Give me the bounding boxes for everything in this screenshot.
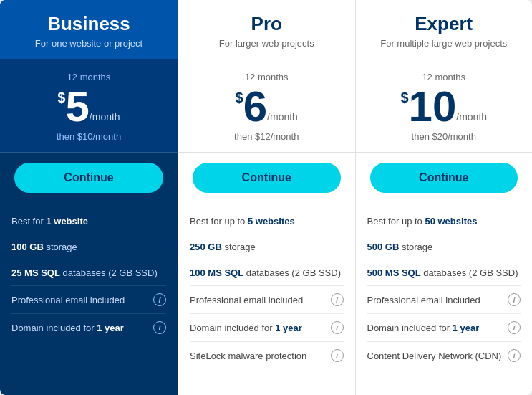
business-features-list: Best for 1 website 100 GB storage 25 MS … [0, 203, 178, 395]
pro-plan-name: Pro [190, 13, 344, 35]
expert-plan-name: Expert [367, 13, 521, 35]
pro-period: 12 months [190, 72, 344, 82]
expert-period: 12 months [367, 72, 521, 82]
pro-plan-subtitle: For larger web projects [190, 38, 344, 49]
expert-continue-button[interactable]: Continue [370, 163, 518, 193]
list-item: Domain included for 1 year i [11, 314, 166, 341]
business-period: 12 months [11, 72, 166, 82]
expert-price-main: $ 10 /month [367, 85, 521, 128]
list-item: 500 MS SQL databases (2 GB SSD) [367, 260, 521, 286]
expert-per-month: /month [456, 111, 487, 123]
business-header: Business For one website or project [0, 0, 178, 59]
info-icon[interactable]: i [508, 293, 521, 306]
feature-text: Domain included for 1 year [367, 323, 480, 333]
pro-currency: $ [236, 90, 243, 106]
feature-text: 25 MS SQL databases (2 GB SSD) [11, 267, 158, 278]
pro-then-price: then $12/month [190, 131, 344, 142]
business-then-price: then $10/month [11, 131, 166, 142]
list-item: Best for up to 50 websites [367, 209, 521, 234]
feature-text: 500 MS SQL databases (2 GB SSD) [367, 267, 518, 278]
list-item: 250 GB storage [190, 234, 344, 260]
pro-header: Pro For larger web projects [178, 0, 355, 59]
list-item: 100 MS SQL databases (2 GB SSD) [190, 260, 344, 286]
list-item: Professional email included i [190, 286, 344, 314]
list-item: SiteLock malware protection i [190, 342, 344, 369]
pro-features-list: Best for up to 5 websites 250 GB storage… [178, 203, 355, 395]
expert-features-list: Best for up to 50 websites 500 GB storag… [356, 203, 533, 395]
business-column: Business For one website or project 12 m… [0, 0, 178, 395]
expert-currency: $ [400, 90, 408, 106]
list-item: 100 GB storage [11, 234, 166, 260]
info-icon[interactable]: i [508, 321, 521, 334]
pro-pricing-area: 12 months $ 6 /month then $12/month [178, 59, 355, 153]
business-currency: $ [57, 90, 65, 106]
feature-text: Professional email included [367, 295, 480, 305]
business-pricing-area: 12 months $ 5 /month then $10/month [0, 59, 178, 153]
list-item: Domain included for 1 year i [190, 314, 344, 342]
feature-text: Domain included for 1 year [11, 323, 124, 333]
pro-per-month: /month [267, 111, 298, 123]
business-price-main: $ 5 /month [11, 85, 166, 128]
feature-text: Professional email included [11, 295, 125, 305]
business-plan-subtitle: For one website or project [11, 38, 166, 49]
expert-pricing-area: 12 months $ 10 /month then $20/month [356, 59, 533, 153]
list-item: Professional email included i [367, 286, 521, 314]
feature-text: Content Delivery Network (CDN) [367, 351, 502, 361]
expert-plan-subtitle: For multiple large web projects [367, 38, 521, 49]
feature-text: 250 GB storage [190, 242, 256, 252]
pro-continue-button[interactable]: Continue [193, 163, 341, 193]
expert-amount: 10 [409, 85, 457, 128]
info-icon[interactable]: i [508, 349, 521, 362]
pro-amount: 6 [243, 85, 267, 128]
info-icon[interactable]: i [331, 349, 344, 362]
expert-then-price: then $20/month [367, 131, 521, 142]
business-plan-name: Business [11, 13, 166, 35]
business-per-month: /month [90, 111, 120, 123]
info-icon[interactable]: i [153, 321, 166, 334]
feature-text: 100 GB storage [11, 242, 77, 252]
feature-text: Best for up to 5 websites [190, 216, 295, 227]
feature-text: Best for 1 website [11, 216, 88, 227]
list-item: Professional email included i [11, 286, 166, 314]
info-icon[interactable]: i [153, 293, 166, 306]
info-icon[interactable]: i [331, 321, 344, 334]
feature-text: SiteLock malware protection [190, 351, 306, 361]
feature-text: 100 MS SQL databases (2 GB SSD) [190, 267, 341, 278]
info-icon[interactable]: i [331, 293, 344, 306]
list-item: Domain included for 1 year i [367, 314, 521, 342]
business-amount: 5 [65, 85, 89, 128]
pricing-table: Business For one website or project 12 m… [0, 0, 532, 395]
list-item: Best for 1 website [11, 209, 166, 234]
feature-text: Best for up to 50 websites [367, 216, 478, 227]
business-continue-button[interactable]: Continue [14, 163, 163, 193]
feature-text: Domain included for 1 year [190, 323, 302, 333]
pro-price-main: $ 6 /month [190, 85, 344, 128]
feature-text: Professional email included [190, 295, 303, 305]
expert-header: Expert For multiple large web projects [356, 0, 533, 59]
feature-text: 500 GB storage [367, 242, 433, 252]
expert-column: Expert For multiple large web projects 1… [355, 0, 533, 395]
list-item: 25 MS SQL databases (2 GB SSD) [11, 260, 166, 286]
list-item: Best for up to 5 websites [190, 209, 344, 234]
pro-column: Pro For larger web projects 12 months $ … [178, 0, 355, 395]
list-item: 500 GB storage [367, 234, 521, 260]
list-item: Content Delivery Network (CDN) i [367, 342, 521, 369]
